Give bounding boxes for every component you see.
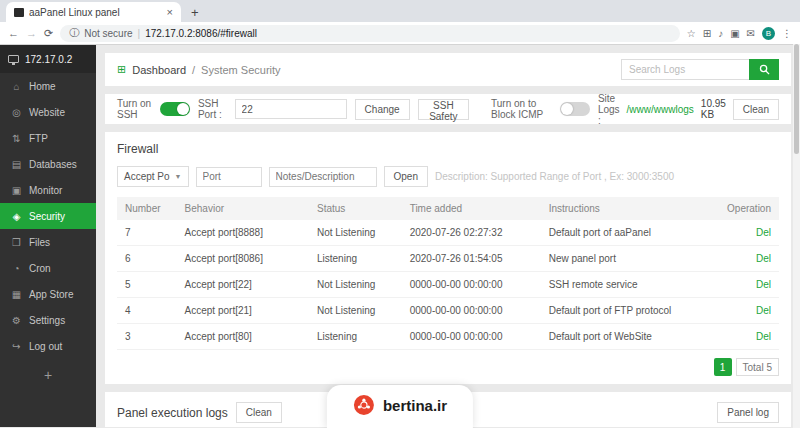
notes-input[interactable]: [269, 167, 377, 187]
delete-rule-link[interactable]: Del: [756, 227, 771, 238]
sidebar-item-label: Files: [29, 237, 50, 248]
ssh-port-input[interactable]: [235, 99, 347, 119]
delete-rule-link[interactable]: Del: [756, 331, 771, 342]
bertina-logo-icon: [353, 394, 375, 416]
main-content: ⊞ Dashboard / System Security Turn on SS…: [96, 45, 800, 427]
globe-icon: ◎: [11, 107, 22, 118]
chevron-down-icon: ▼: [175, 173, 182, 180]
cell-number: 3: [117, 324, 177, 350]
sidebar-item-ftp[interactable]: ⇅ FTP: [0, 125, 96, 151]
sidebar-item-home[interactable]: ⌂ Home: [0, 73, 96, 99]
site-logs-size: 10.95 KB: [701, 98, 726, 120]
clean-logs-button[interactable]: Clean: [733, 99, 779, 120]
forward-icon[interactable]: →: [26, 27, 37, 39]
profile-avatar[interactable]: B: [762, 27, 775, 40]
cell-instructions: SSH remote service: [541, 272, 713, 298]
accept-port-select[interactable]: Accept Po ▼: [117, 166, 189, 187]
sidebar-item-databases[interactable]: ▤ Databases: [0, 151, 96, 177]
cell-status: Listening: [309, 324, 402, 350]
cell-status: Not Listening: [309, 272, 402, 298]
dashboard-icon: ⊞: [117, 63, 126, 76]
folder-icon: ❒: [11, 237, 22, 248]
open-port-button[interactable]: Open: [384, 166, 428, 187]
tab-close-icon[interactable]: ×: [167, 6, 173, 18]
ssh-safety-button[interactable]: SSH Safety: [418, 99, 469, 120]
col-instructions: Instructions: [541, 197, 713, 220]
sidebar-host: 172.17.0.2: [0, 45, 96, 73]
change-port-button[interactable]: Change: [355, 99, 410, 120]
cell-behavior: Accept port[21]: [177, 298, 309, 324]
delete-rule-link[interactable]: Del: [756, 279, 771, 290]
cell-number: 4: [117, 298, 177, 324]
sidebar-expand-button[interactable]: +: [0, 359, 96, 391]
col-behavior: Behavior: [177, 197, 309, 220]
extension-icon-4[interactable]: ✉: [747, 28, 755, 39]
delete-rule-link[interactable]: Del: [756, 305, 771, 316]
browser-tab[interactable]: aaPanel Linux panel ×: [6, 2, 181, 22]
cell-instructions: Default port of WebSite: [541, 324, 713, 350]
extension-icon-3[interactable]: ▣: [730, 28, 739, 39]
scrollbar-thumb[interactable]: [794, 44, 799, 154]
cell-behavior: Accept port[8888]: [177, 220, 309, 246]
cell-behavior: Accept port[22]: [177, 272, 309, 298]
col-status: Status: [309, 197, 402, 220]
reload-icon[interactable]: ⟳: [44, 27, 53, 40]
icmp-toggle[interactable]: [560, 102, 590, 116]
search-box: [621, 59, 779, 80]
sidebar-item-app-store[interactable]: ▦ App Store: [0, 281, 96, 307]
sidebar-item-cron[interactable]: ◔ Cron: [0, 255, 96, 281]
monitor-icon: [8, 55, 19, 63]
col-number: Number: [117, 197, 177, 220]
delete-rule-link[interactable]: Del: [756, 253, 771, 264]
sidebar-item-label: App Store: [29, 289, 73, 300]
breadcrumb-current: System Security: [201, 64, 280, 76]
cell-number: 7: [117, 220, 177, 246]
cell-time: 0000-00-00 00:00:00: [402, 272, 541, 298]
browser-tabstrip: aaPanel Linux panel × +: [0, 0, 800, 22]
sidebar-item-label: Cron: [29, 263, 51, 274]
bookmark-star-icon[interactable]: ☆: [687, 28, 696, 39]
clean-panel-logs-button[interactable]: Clean: [236, 402, 282, 423]
watermark-text: bertina.ir: [383, 397, 447, 414]
panel-log-button[interactable]: Panel log: [717, 402, 779, 423]
sidebar-item-label: FTP: [29, 133, 48, 144]
breadcrumb-dashboard[interactable]: Dashboard: [132, 64, 186, 76]
port-input[interactable]: [196, 167, 262, 187]
page-scrollbar[interactable]: [793, 44, 800, 428]
cell-behavior: Accept port[80]: [177, 324, 309, 350]
table-row: 5 Accept port[22] Not Listening 0000-00-…: [117, 272, 779, 298]
not-secure-label: Not secure: [84, 28, 132, 39]
sidebar-item-website[interactable]: ◎ Website: [0, 99, 96, 125]
cell-behavior: Accept port[8086]: [177, 246, 309, 272]
ssh-toggle[interactable]: [160, 102, 190, 116]
firewall-table: Number Behavior Status Time added Instru…: [117, 197, 779, 350]
address-bar[interactable]: ⓘ Not secure | 172.17.0.2:8086/#firewall: [60, 25, 680, 42]
sidebar-item-files[interactable]: ❒ Files: [0, 229, 96, 255]
page-1-button[interactable]: 1: [714, 358, 732, 376]
back-icon[interactable]: ←: [8, 27, 19, 39]
search-button[interactable]: [749, 59, 779, 80]
sidebar-item-logout[interactable]: ↪ Log out: [0, 333, 96, 359]
toggle-knob: [561, 103, 573, 115]
new-tab-button[interactable]: +: [181, 5, 209, 22]
table-row: 4 Accept port[21] Not Listening 0000-00-…: [117, 298, 779, 324]
extension-icon-2[interactable]: ♪: [718, 28, 723, 39]
toggle-knob: [177, 103, 189, 115]
extension-icon-1[interactable]: ⊞: [703, 28, 711, 39]
site-logs-path-link[interactable]: /www/wwwlogs: [627, 104, 694, 115]
sidebar-item-label: Home: [29, 81, 56, 92]
sidebar-item-security[interactable]: ◈ Security: [0, 203, 96, 229]
col-time-added: Time added: [402, 197, 541, 220]
cell-time: 0000-00-00 00:00:00: [402, 324, 541, 350]
search-input[interactable]: [621, 59, 749, 80]
sidebar-item-monitor[interactable]: ▣ Monitor: [0, 177, 96, 203]
table-row: 6 Accept port[8086] Listening 2020-07-26…: [117, 246, 779, 272]
sidebar-item-settings[interactable]: ⚙ Settings: [0, 307, 96, 333]
sidebar-item-label: Security: [29, 211, 65, 222]
browser-menu-icon[interactable]: ⋮: [782, 28, 792, 39]
tab-title: aaPanel Linux panel: [29, 7, 162, 18]
search-icon: [759, 64, 770, 75]
cell-number: 6: [117, 246, 177, 272]
col-operation: Operation: [713, 197, 779, 220]
watermark-badge: bertina.ir: [327, 385, 473, 428]
